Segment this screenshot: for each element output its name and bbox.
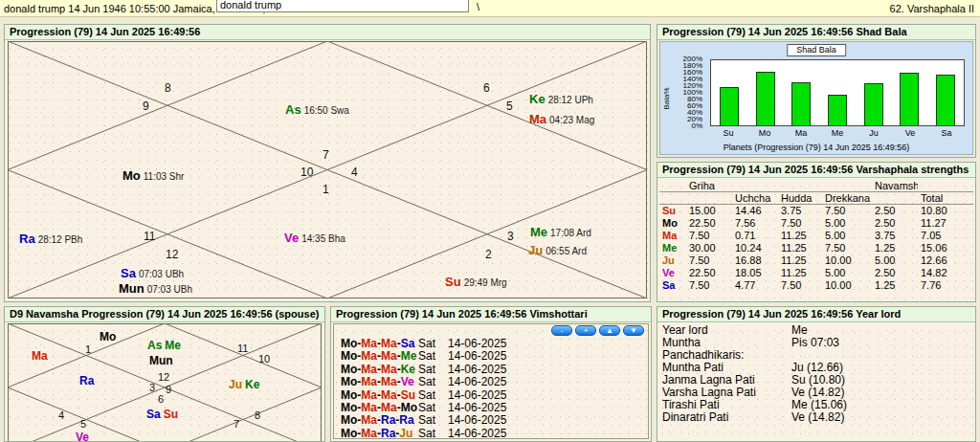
house-number-6: 6 <box>483 79 490 95</box>
value-cell: 11.25 <box>778 230 822 242</box>
house-number-7: 7 <box>234 415 239 431</box>
value-cell: 11.25 <box>778 254 822 267</box>
value-cell: 22.50 <box>686 267 732 279</box>
house-number-10: 10 <box>258 350 270 365</box>
planet-cell: Su <box>659 205 686 217</box>
y-tick-label: 140% <box>683 76 702 83</box>
planet-sa-su: SaSu <box>146 406 178 421</box>
planet-ke: Ke28:12 UPh <box>529 91 593 106</box>
main-chart-title: Progression (79) 14 Jun 2025 16:49:56 <box>5 25 650 40</box>
house-number-3: 3 <box>149 379 155 394</box>
y-tick-label: 20% <box>687 116 702 123</box>
value-cell: 30.00 <box>686 242 732 254</box>
y-axis-label: Bala% <box>662 87 671 109</box>
col-header-navamsha: Navamsha <box>872 180 918 191</box>
strengths-panel-title: Progression (79) 14 Jun 2025 16:49:56 Va… <box>657 163 975 178</box>
value-cell: 2.50 <box>872 217 918 230</box>
dasha-row[interactable]: Mo-Ma-Ra-JuSat14-06-2025 <box>334 428 648 439</box>
dasha-row[interactable]: Mo-Ma-Ma-KeSat14-06-2025 <box>334 364 648 376</box>
planet-ve: Ve14:35 Bha <box>284 230 345 245</box>
vimshottari-panel-title: Progression (79) 14 Jun 2025 16:49:56 Vi… <box>331 307 651 322</box>
value-cell: 3.75 <box>872 230 918 242</box>
shadbala-panel-title: Progression (79) 14 Jun 2025 16:49:56 Sh… <box>657 25 975 40</box>
value-cell: 11.25 <box>778 242 822 254</box>
value-cell: 1.25 <box>872 279 918 292</box>
plus-button[interactable]: + <box>575 325 596 336</box>
value-cell: 7.05 <box>918 230 973 242</box>
year-lord-row: Dinaratri PatiVe (14.82) <box>662 411 972 424</box>
navamsha-chart-panel: D9 Navamsha Progression (79) 14 Jun 2025… <box>4 306 325 442</box>
planet-mun: Mun07:03 UBh <box>119 280 192 296</box>
value-cell: 15.06 <box>918 242 973 254</box>
minus-button[interactable]: - <box>551 325 572 336</box>
value-cell: 4.77 <box>732 279 778 292</box>
house-number-8: 8 <box>165 79 171 95</box>
name-input[interactable] <box>216 0 469 12</box>
planet-mo: Mo11:03 Shr <box>122 167 184 183</box>
value-cell: 7.56 <box>732 217 778 230</box>
house-number-1: 1 <box>85 341 91 356</box>
value-cell: 2.50 <box>872 267 918 279</box>
value-cell: 10.00 <box>822 254 872 267</box>
house-number-9: 9 <box>143 98 149 113</box>
col-header-total: Total <box>918 192 973 204</box>
value-cell: 7.50 <box>822 242 872 254</box>
value-cell: 2.50 <box>872 205 918 217</box>
chart-title: Shad Bala <box>787 44 846 56</box>
y-tick-label: 40% <box>687 109 702 117</box>
year-lord-rows: Year lordMeMunthaPis 07:03Panchadhikaris… <box>662 324 972 424</box>
strengths-header-row-1: Griha Navamsha <box>659 180 973 192</box>
dasha-row[interactable]: Mo-Ma-Ma-MeSat14-06-2025 <box>334 350 648 363</box>
value-cell: 15.00 <box>686 205 732 217</box>
strength-row-ve: Ve22.5018.0511.255.002.5014.82 <box>659 267 973 279</box>
bar-me <box>828 95 847 125</box>
dasha-row[interactable]: Mo-Ma-Ra-RaSat14-06-2025 <box>334 414 648 427</box>
value-cell: 5.00 <box>822 267 872 279</box>
planet-ju: Ju06:55 Ard <box>528 242 587 257</box>
scroll-down-button[interactable]: ▼ <box>623 325 644 336</box>
planet-as: As16:50 Swa <box>285 101 349 117</box>
value-cell: 22.50 <box>686 217 732 230</box>
value-cell: 10.24 <box>732 242 778 254</box>
y-tick-label: 180% <box>683 62 702 70</box>
value-cell: 11.25 <box>778 267 822 279</box>
navamsha-chart-title: D9 Navamsha Progression (79) 14 Jun 2025… <box>5 307 324 322</box>
planet-ve: Ve <box>76 429 89 441</box>
planet-mo: Mo <box>100 328 116 343</box>
strengths-panel: Progression (79) 14 Jun 2025 16:49:56 Va… <box>657 162 976 302</box>
dasha-row[interactable]: Mo-Ma-Ma-SuSat14-06-2025 <box>334 389 648 402</box>
y-tick-label: 100% <box>683 89 702 97</box>
dasha-row[interactable]: Mo-Ma-Ma-MoSat14-06-2025 <box>334 402 648 414</box>
shadbala-chart: Shad Bala Bala% 0%20%40%60%80%100%120%14… <box>659 41 973 155</box>
bar-sa <box>936 75 955 125</box>
x-tick-ma: Ma <box>783 128 819 138</box>
planet-me: Me17:08 Ard <box>530 224 591 239</box>
value-cell: 14.46 <box>732 205 778 217</box>
bar-ve <box>900 73 919 125</box>
value-cell: 7.50 <box>822 205 872 217</box>
strengths-header-row-2: Uchcha Hudda Drekkana Total <box>659 192 973 205</box>
house-number-10: 10 <box>301 164 313 179</box>
value-cell: 3.75 <box>778 205 822 217</box>
house-number-12: 12 <box>166 246 178 261</box>
col-header-hudda: Hudda <box>778 192 822 204</box>
planet-ma: Ma <box>32 347 48 363</box>
strengths-table: Griha Navamsha Uchcha Hudda Drekkana Tot… <box>659 180 973 299</box>
y-tick-label: 80% <box>687 96 702 103</box>
year-lord-panel: Progression (79) 14 Jun 2025 16:49:56 Ye… <box>657 306 976 442</box>
house-number-2: 2 <box>485 246 492 261</box>
house-number-7: 7 <box>323 146 329 162</box>
value-cell: 16.88 <box>732 254 778 267</box>
dasha-nav-buttons: - + ▲ ▼ <box>551 325 644 336</box>
north-indian-chart-lines <box>8 41 647 298</box>
strength-row-su: Su15.0014.463.757.502.5010.80 <box>659 205 973 217</box>
house-number-8: 8 <box>255 407 260 422</box>
value-cell: 12.66 <box>918 254 973 267</box>
scroll-up-button[interactable]: ▲ <box>599 325 620 336</box>
dasha-row[interactable]: Mo-Ma-Ma-VeSat14-06-2025 <box>334 376 648 388</box>
planet-cell: Me <box>659 242 686 254</box>
dasha-row[interactable]: Mo-Ma-Ma-SaSat14-06-2025 <box>334 338 648 350</box>
value-cell: 10.80 <box>918 205 973 217</box>
value-cell: 7.50 <box>778 217 822 230</box>
value-cell: 14.82 <box>918 267 973 279</box>
